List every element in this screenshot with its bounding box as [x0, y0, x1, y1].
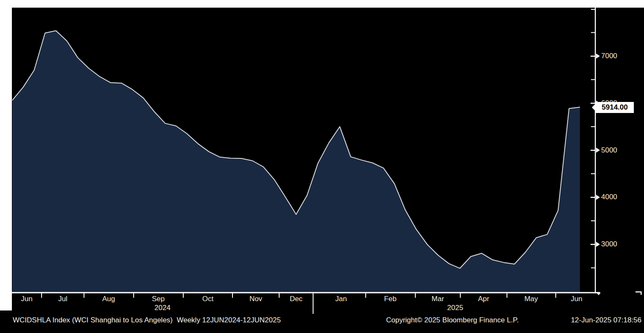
last-price-marker: 5914.00 [596, 102, 634, 113]
month-tick [279, 293, 280, 298]
x-axis-month-label: Dec [290, 295, 302, 303]
month-tick [84, 293, 84, 298]
y-major-tick-arrow [596, 195, 600, 200]
y-minor-tick [591, 268, 595, 268]
x-axis-month-label: May [524, 295, 538, 303]
x-axis-month-label: Jul [58, 295, 67, 303]
y-minor-tick [591, 32, 595, 33]
x-axis-month-label: Feb [384, 295, 396, 303]
area-series-fill [12, 31, 580, 293]
month-tick [183, 293, 184, 298]
month-tick [365, 293, 366, 298]
x-axis-year-label: 2025 [447, 304, 463, 312]
y-axis-tick-label: 5000 [601, 147, 617, 154]
x-axis-line [12, 292, 600, 293]
y-axis-tick-label: 7000 [601, 52, 617, 60]
month-tick [507, 293, 507, 298]
y-axis-line [595, 8, 596, 293]
x-axis-month-label: Jun [21, 295, 32, 303]
last-price-value: 5914.00 [602, 103, 627, 112]
month-tick [41, 293, 42, 298]
month-tick [555, 293, 556, 298]
x-axis-month-label: Mar [431, 295, 444, 303]
y-major-tick [591, 150, 595, 151]
y-minor-tick [591, 220, 595, 221]
security-description: WCIDSHLA Index (WCI Shanghai to Los Ange… [13, 315, 281, 325]
y-major-tick [591, 244, 595, 245]
y-major-tick-arrow [596, 242, 600, 247]
x-axis-month-label: Nov [249, 295, 262, 303]
x-axis-month-label: Sep [152, 295, 165, 303]
y-major-tick-arrow [596, 54, 600, 59]
x-axis-far-tick-tip [641, 291, 642, 295]
month-tick [460, 293, 461, 298]
x-axis-month-label: Apr [478, 295, 489, 303]
y-axis-tick-label: 4000 [601, 193, 617, 201]
x-axis-month-label: Aug [102, 295, 115, 303]
y-minor-tick [591, 79, 595, 80]
x-axis-year-label: 2024 [154, 304, 171, 312]
y-minor-tick [591, 126, 595, 127]
price-chart-plot-area[interactable] [0, 0, 644, 333]
x-axis-month-label: Jan [335, 295, 347, 303]
x-axis-far-tick [636, 291, 641, 293]
y-major-tick-arrow [596, 148, 600, 153]
bloomberg-chart-window: 70006000500040003000 JunJulAugSepOctNovD… [0, 0, 644, 333]
y-major-tick [591, 197, 595, 198]
y-minor-tick [591, 9, 595, 10]
copyright-notice: Copyright© 2025 Bloomberg Finance L.P. [386, 315, 519, 325]
timestamp: 12-Jun-2025 07:18:56 [571, 315, 641, 325]
year-separator-tick [313, 293, 314, 314]
x-axis-end-arrow [596, 293, 601, 295]
x-axis-month-label: Jun [571, 295, 582, 303]
y-axis-tick-label: 3000 [601, 240, 617, 248]
month-tick [133, 293, 134, 298]
month-tick [232, 293, 233, 298]
x-axis-month-label: Oct [202, 295, 213, 303]
y-minor-tick [591, 173, 595, 174]
month-tick [415, 293, 416, 298]
y-major-tick [591, 56, 595, 57]
